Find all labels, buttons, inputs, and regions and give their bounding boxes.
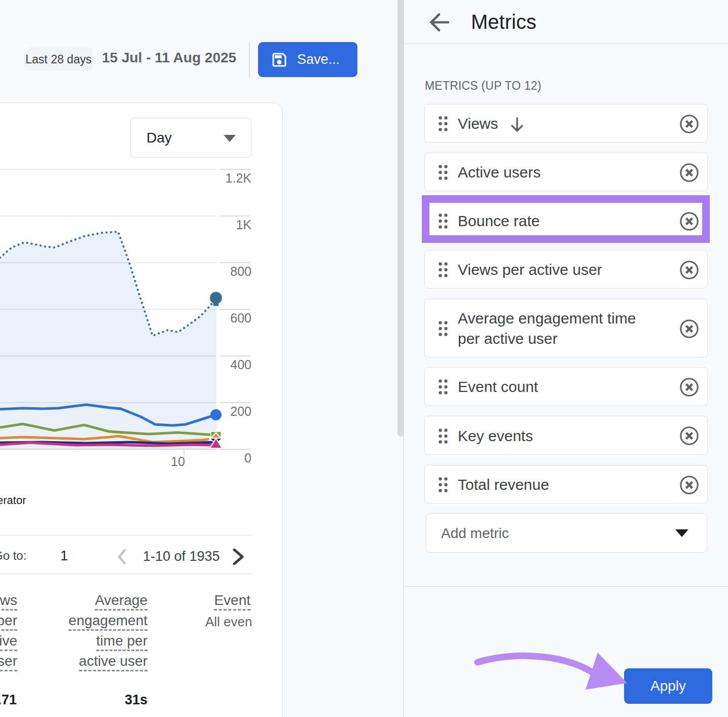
svg-text:0: 0 bbox=[244, 451, 251, 465]
svg-text:1K: 1K bbox=[236, 218, 251, 232]
svg-text:800: 800 bbox=[230, 264, 251, 278]
svg-text:1.2K: 1.2K bbox=[226, 171, 252, 185]
svg-text:200: 200 bbox=[230, 404, 251, 418]
svg-text:400: 400 bbox=[230, 357, 251, 372]
svg-text:600: 600 bbox=[230, 311, 251, 325]
svg-text:10: 10 bbox=[171, 454, 185, 469]
